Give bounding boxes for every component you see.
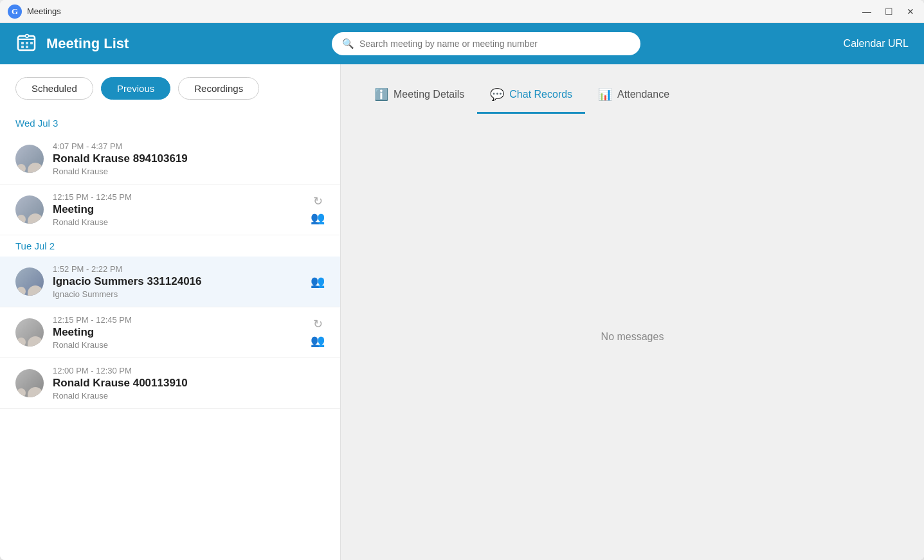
meeting-info: 12:00 PM - 12:30 PM Ronald Krause 400113… (53, 366, 325, 401)
app-logo: G (8, 5, 22, 19)
search-bar[interactable]: 🔍 (332, 32, 640, 55)
window-title: Meetings (27, 6, 61, 16)
title-bar: G Meetings — ☐ ✕ (0, 0, 924, 23)
meeting-time: 12:15 PM - 12:45 PM (53, 315, 302, 325)
title-bar-left: G Meetings (8, 5, 61, 19)
meeting-name: Ronald Krause 400113910 (53, 377, 325, 390)
svg-rect-6 (26, 46, 28, 48)
meeting-time: 12:00 PM - 12:30 PM (53, 366, 325, 375)
meeting-time: 12:15 PM - 12:45 PM (53, 192, 302, 202)
tab-scheduled[interactable]: Scheduled (15, 77, 93, 100)
title-bar-controls: — ☐ ✕ (861, 6, 916, 17)
tab-attendance-label: Attendance (617, 89, 669, 100)
close-button[interactable]: ✕ (905, 6, 916, 17)
tab-attendance[interactable]: 📊 Attendance (585, 82, 682, 114)
svg-rect-2 (21, 42, 24, 44)
svg-rect-4 (30, 42, 33, 44)
svg-rect-5 (21, 46, 24, 48)
meeting-time: 1:52 PM - 2:22 PM (53, 264, 302, 274)
meeting-host: Ronald Krause (53, 167, 325, 176)
main-content: Scheduled Previous Recordings Wed Jul 3 … (0, 64, 924, 560)
users-icon: 👥 (311, 211, 325, 225)
avatar (15, 145, 44, 173)
no-messages-label: No messages (601, 331, 664, 343)
meeting-item[interactable]: 1:52 PM - 2:22 PM Ignacio Summers 331124… (0, 257, 340, 307)
header-search: 🔍 (139, 32, 833, 55)
maximize-button[interactable]: ☐ (883, 6, 894, 17)
app-header: Meeting List 🔍 Calendar URL (0, 23, 924, 64)
header-title: Meeting List (46, 35, 129, 52)
meeting-host: Ignacio Summers (53, 289, 302, 299)
meeting-item[interactable]: 12:15 PM - 12:45 PM Meeting Ronald Kraus… (0, 307, 340, 358)
tab-bar: Scheduled Previous Recordings (0, 64, 340, 113)
meeting-host: Ronald Krause (53, 391, 325, 401)
tab-meeting-details-label: Meeting Details (394, 89, 464, 100)
tab-meeting-details[interactable]: ℹ️ Meeting Details (361, 82, 477, 114)
meeting-time: 4:07 PM - 4:37 PM (53, 141, 325, 151)
meeting-name: Ignacio Summers 331124016 (53, 275, 302, 288)
detail-tabs: ℹ️ Meeting Details 💬 Chat Records 📊 Atte… (341, 64, 924, 114)
avatar (15, 318, 44, 347)
meeting-info: 1:52 PM - 2:22 PM Ignacio Summers 331124… (53, 264, 302, 299)
meeting-item[interactable]: 12:15 PM - 12:45 PM Meeting Ronald Kraus… (0, 185, 340, 235)
search-icon: 🔍 (342, 38, 354, 50)
info-icon: ℹ️ (374, 87, 388, 102)
tab-recordings[interactable]: Recordings (178, 77, 259, 100)
meeting-host: Ronald Krause (53, 217, 302, 227)
meeting-info: 12:15 PM - 12:45 PM Meeting Ronald Kraus… (53, 315, 302, 350)
attendance-icon: 📊 (598, 87, 612, 102)
search-input[interactable] (359, 39, 630, 49)
date-header-tue-jul-2: Tue Jul 2 (0, 235, 340, 257)
tab-chat-records[interactable]: 💬 Chat Records (477, 82, 585, 114)
avatar (15, 369, 44, 397)
meeting-list-icon (15, 32, 39, 55)
meeting-item[interactable]: 12:00 PM - 12:30 PM Ronald Krause 400113… (0, 358, 340, 409)
minimize-button[interactable]: — (861, 6, 873, 17)
left-panel: Scheduled Previous Recordings Wed Jul 3 … (0, 64, 341, 560)
right-panel: ℹ️ Meeting Details 💬 Chat Records 📊 Atte… (341, 64, 924, 560)
meeting-icons: ↻ 👥 (311, 194, 325, 225)
date-header-wed-jul-3: Wed Jul 3 (0, 113, 340, 134)
chat-icon: 💬 (490, 87, 504, 102)
detail-content: No messages (341, 114, 924, 560)
header-logo-area: Meeting List (15, 32, 129, 55)
repeat-icon: ↻ (313, 317, 323, 331)
repeat-icon: ↻ (313, 194, 323, 208)
meeting-name: Meeting (53, 326, 302, 339)
svg-rect-3 (26, 42, 28, 44)
meeting-info: 12:15 PM - 12:45 PM Meeting Ronald Kraus… (53, 192, 302, 227)
meeting-icons: 👥 (311, 275, 325, 289)
meeting-host: Ronald Krause (53, 340, 302, 350)
avatar (15, 195, 44, 224)
meetings-list: Wed Jul 3 4:07 PM - 4:37 PM Ronald Kraus… (0, 113, 340, 560)
calendar-url-button[interactable]: Calendar URL (844, 38, 909, 50)
users-icon: 👥 (311, 334, 325, 348)
meeting-name: Meeting (53, 203, 302, 216)
meeting-icons: ↻ 👥 (311, 317, 325, 348)
svg-point-1 (26, 35, 29, 38)
meeting-item[interactable]: 4:07 PM - 4:37 PM Ronald Krause 89410361… (0, 134, 340, 185)
app-window: G Meetings — ☐ ✕ Mee (0, 0, 924, 560)
avatar (15, 267, 44, 296)
meeting-info: 4:07 PM - 4:37 PM Ronald Krause 89410361… (53, 141, 325, 176)
users-icon: 👥 (311, 275, 325, 289)
tab-chat-records-label: Chat Records (509, 89, 572, 100)
meeting-name: Ronald Krause 894103619 (53, 152, 325, 165)
tab-previous[interactable]: Previous (101, 77, 170, 100)
